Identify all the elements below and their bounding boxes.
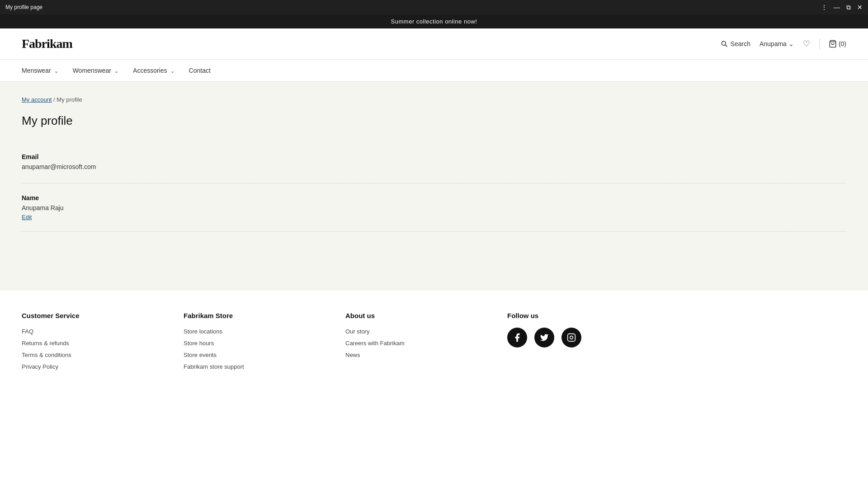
svg-point-5 xyxy=(573,335,574,336)
nav-link-menswear[interactable]: Menswear ⌄ xyxy=(22,60,58,81)
header-actions: Search Anupama ⌄ ♡ (0) xyxy=(721,38,846,49)
browser-controls: ⋮ — ⧉ ✕ xyxy=(821,4,863,11)
footer-follow-us: Follow us xyxy=(507,312,655,370)
footer-link-news[interactable]: News xyxy=(345,351,493,358)
instagram-icon xyxy=(567,333,576,342)
logo[interactable]: Fabrikam xyxy=(22,37,72,51)
email-label: Email xyxy=(22,153,846,160)
wishlist-button[interactable]: ♡ xyxy=(803,39,810,49)
breadcrumb-account-link[interactable]: My account xyxy=(22,96,52,103)
search-button[interactable]: Search xyxy=(721,40,750,47)
nav-item-menswear[interactable]: Menswear ⌄ xyxy=(22,60,58,81)
nav-link-womenswear[interactable]: Womenswear ⌄ xyxy=(73,60,118,81)
twitter-social-button[interactable] xyxy=(534,328,554,347)
footer-grid: Customer Service FAQ Returns & refunds T… xyxy=(22,312,655,370)
facebook-icon xyxy=(512,333,522,343)
footer-link-our-story[interactable]: Our story xyxy=(345,328,493,335)
footer-link-store-events[interactable]: Store events xyxy=(184,351,331,358)
cart-count: (0) xyxy=(839,40,846,47)
browser-tab-title: My profile page xyxy=(5,4,42,10)
name-value: Anupama Raju xyxy=(22,204,846,211)
facebook-social-button[interactable] xyxy=(507,328,527,347)
announcement-bar: Summer collection online now! xyxy=(0,14,868,28)
page-title: My profile xyxy=(22,114,846,128)
footer-customer-service-title: Customer Service xyxy=(22,312,169,319)
footer-customer-service: Customer Service FAQ Returns & refunds T… xyxy=(22,312,169,370)
footer-follow-us-title: Follow us xyxy=(507,312,655,319)
name-label: Name xyxy=(22,194,846,202)
nav-item-accessories[interactable]: Accessories ⌄ xyxy=(133,60,175,81)
user-name: Anupama xyxy=(760,40,787,47)
nav-link-contact[interactable]: Contact xyxy=(189,60,211,81)
footer-store-links: Store locations Store hours Store events… xyxy=(184,328,331,370)
womenswear-chevron-icon: ⌄ xyxy=(113,68,118,74)
user-account-button[interactable]: Anupama ⌄ xyxy=(760,40,794,47)
instagram-social-button[interactable] xyxy=(561,328,581,347)
nav-link-accessories[interactable]: Accessories ⌄ xyxy=(133,60,175,81)
browser-close-icon[interactable]: ✕ xyxy=(857,4,863,11)
user-dropdown-chevron-icon: ⌄ xyxy=(788,40,794,47)
announcement-text: Summer collection online now! xyxy=(391,18,477,25)
svg-point-4 xyxy=(570,336,573,339)
footer-link-careers[interactable]: Careers with Fabrikam xyxy=(345,339,493,347)
footer-link-store-support[interactable]: Fabrikam store support xyxy=(184,363,331,370)
breadcrumb: My account / My profile xyxy=(22,96,846,103)
email-field-section: Email anupamar@microsoft.com xyxy=(22,142,846,183)
search-icon xyxy=(721,40,728,47)
search-label: Search xyxy=(731,40,750,47)
cart-button[interactable]: (0) xyxy=(829,40,846,48)
footer-link-store-locations[interactable]: Store locations xyxy=(184,328,331,335)
wishlist-heart-icon: ♡ xyxy=(803,39,810,48)
footer-customer-service-links: FAQ Returns & refunds Terms & conditions… xyxy=(22,328,169,370)
footer-about-links: Our story Careers with Fabrikam News xyxy=(345,328,493,358)
name-field-section: Name Anupama Raju Edit xyxy=(22,183,846,232)
nav-item-womenswear[interactable]: Womenswear ⌄ xyxy=(73,60,118,81)
footer-link-store-hours[interactable]: Store hours xyxy=(184,339,331,347)
social-icons xyxy=(507,328,655,347)
footer-link-terms[interactable]: Terms & conditions xyxy=(22,351,169,358)
svg-line-1 xyxy=(725,45,727,47)
main-nav: Menswear ⌄ Womenswear ⌄ Accessories ⌄ Co… xyxy=(0,60,868,82)
footer-about-us-title: About us xyxy=(345,312,493,319)
breadcrumb-current: My profile xyxy=(57,96,82,103)
cart-icon xyxy=(829,40,837,48)
browser-menu-icon[interactable]: ⋮ xyxy=(821,4,827,11)
svg-rect-3 xyxy=(568,334,576,342)
browser-minimize-icon[interactable]: — xyxy=(834,4,840,11)
browser-chrome: My profile page ⋮ — ⧉ ✕ xyxy=(0,0,868,14)
nav-list: Menswear ⌄ Womenswear ⌄ Accessories ⌄ Co… xyxy=(22,60,846,81)
header: Fabrikam Search Anupama ⌄ ♡ (0) xyxy=(0,28,868,60)
nav-item-contact[interactable]: Contact xyxy=(189,60,211,81)
footer-fabrikam-store: Fabrikam Store Store locations Store hou… xyxy=(184,312,331,370)
footer-link-privacy[interactable]: Privacy Policy xyxy=(22,363,169,370)
header-divider xyxy=(819,38,820,49)
accessories-chevron-icon: ⌄ xyxy=(169,68,175,74)
footer: Customer Service FAQ Returns & refunds T… xyxy=(0,290,868,385)
footer-link-faq[interactable]: FAQ xyxy=(22,328,169,335)
edit-name-link[interactable]: Edit xyxy=(22,214,32,221)
footer-fabrikam-store-title: Fabrikam Store xyxy=(184,312,331,319)
browser-maximize-icon[interactable]: ⧉ xyxy=(846,4,851,11)
svg-point-0 xyxy=(722,41,726,45)
main-content: My account / My profile My profile Email… xyxy=(0,82,868,290)
footer-link-returns[interactable]: Returns & refunds xyxy=(22,339,169,347)
twitter-icon xyxy=(540,333,549,342)
email-value: anupamar@microsoft.com xyxy=(22,163,846,170)
menswear-chevron-icon: ⌄ xyxy=(53,68,58,74)
footer-about-us: About us Our story Careers with Fabrikam… xyxy=(345,312,493,370)
profile-section: Email anupamar@microsoft.com Name Anupam… xyxy=(22,142,846,232)
